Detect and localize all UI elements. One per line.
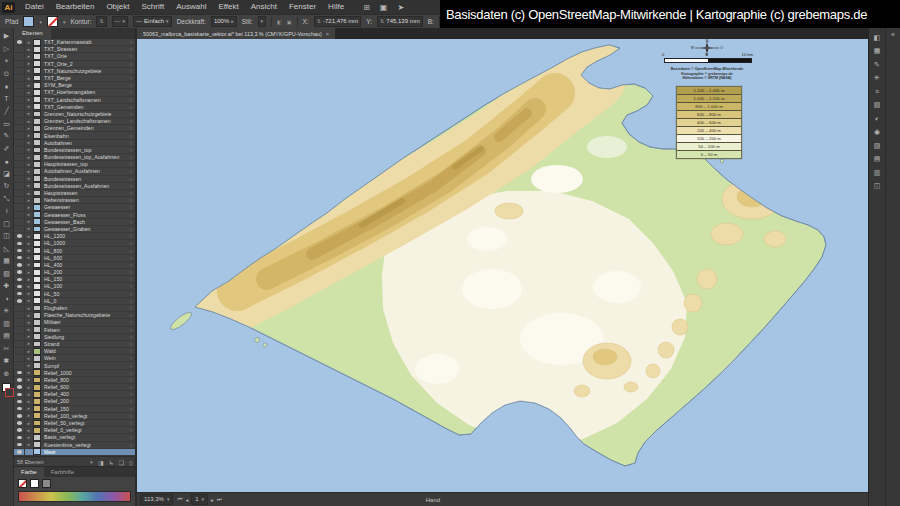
layer-expand-icon[interactable]: ▸ xyxy=(25,90,33,95)
layer-visibility-toggle[interactable] xyxy=(14,427,25,433)
layer-target-icon[interactable]: ○ xyxy=(127,183,135,189)
layer-target-icon[interactable]: ○ xyxy=(127,442,135,448)
layer-target-icon[interactable]: ○ xyxy=(127,391,135,397)
layer-target-icon[interactable]: ○ xyxy=(127,75,135,81)
layer-visibility-toggle[interactable] xyxy=(14,226,25,232)
layer-visibility-toggle[interactable] xyxy=(14,46,25,52)
opacity-field[interactable]: 100%▸ xyxy=(211,16,237,27)
layer-expand-icon[interactable]: ▸ xyxy=(25,40,33,45)
layer-visibility-toggle[interactable] xyxy=(14,53,25,59)
layer-expand-icon[interactable]: ▸ xyxy=(25,147,33,152)
artboards-panel-icon[interactable]: ▥ xyxy=(871,167,883,178)
layer-target-icon[interactable]: ○ xyxy=(127,355,135,361)
layer-visibility-toggle[interactable] xyxy=(14,283,25,289)
artboard-number-field[interactable]: 1▾ xyxy=(191,494,208,505)
layer-expand-icon[interactable]: ▸ xyxy=(25,176,33,181)
mesh-tool-button[interactable]: ▦ xyxy=(1,255,13,268)
layer-expand-icon[interactable]: ▸ xyxy=(25,219,33,224)
tab-farbhilfe[interactable]: Farbhilfe xyxy=(44,467,81,477)
layer-visibility-toggle[interactable] xyxy=(14,39,25,45)
layer-target-icon[interactable]: ○ xyxy=(127,140,135,146)
line-segment-tool-button[interactable]: ╱ xyxy=(1,105,13,118)
layer-expand-icon[interactable]: ▸ xyxy=(25,76,33,81)
layer-visibility-toggle[interactable] xyxy=(14,82,25,88)
layer-visibility-toggle[interactable] xyxy=(14,384,25,390)
layer-expand-icon[interactable]: ▸ xyxy=(25,169,33,174)
layer-visibility-toggle[interactable] xyxy=(14,442,25,448)
layer-visibility-toggle[interactable] xyxy=(14,125,25,131)
rotate-tool-button[interactable]: ↻ xyxy=(1,180,13,193)
layer-target-icon[interactable]: ○ xyxy=(127,97,135,103)
layer-visibility-toggle[interactable] xyxy=(14,132,25,138)
layer-expand-icon[interactable]: ▸ xyxy=(25,370,33,375)
layer-expand-icon[interactable]: ▸ xyxy=(25,133,33,138)
layer-target-icon[interactable]: ○ xyxy=(127,154,135,160)
layer-target-icon[interactable]: ○ xyxy=(127,269,135,275)
brush-definition-field[interactable]: —▾ xyxy=(112,16,129,27)
layer-visibility-toggle[interactable] xyxy=(14,355,25,361)
free-transform-tool-button[interactable]: ▢ xyxy=(1,218,13,231)
layer-target-icon[interactable]: ○ xyxy=(127,212,135,218)
lasso-tool-button[interactable]: ⊙ xyxy=(1,68,13,81)
close-tab-icon[interactable]: × xyxy=(326,31,330,37)
symbols-panel-icon[interactable]: ✳ xyxy=(871,73,883,84)
layer-expand-icon[interactable]: ▸ xyxy=(25,306,33,311)
pointer-icon[interactable]: ➤ xyxy=(392,3,409,12)
layer-target-icon[interactable]: ○ xyxy=(127,312,135,318)
layer-visibility-toggle[interactable] xyxy=(14,348,25,354)
layer-expand-icon[interactable]: ▸ xyxy=(25,255,33,260)
layer-visibility-toggle[interactable] xyxy=(14,118,25,124)
layer-target-icon[interactable]: ○ xyxy=(127,147,135,153)
layer-expand-icon[interactable]: ▸ xyxy=(25,226,33,231)
document-canvas[interactable]: N O S W 0 5 10 km Basisdaten © OpenStree… xyxy=(137,39,868,492)
fill-color-swatch[interactable] xyxy=(23,16,34,27)
layer-visibility-toggle[interactable] xyxy=(14,420,25,426)
menu-bearbeiten[interactable]: Bearbeiten xyxy=(50,0,101,14)
libraries-panel-icon[interactable]: ◫ xyxy=(871,181,883,192)
layer-expand-icon[interactable]: ▸ xyxy=(25,270,33,275)
layer-expand-icon[interactable]: ▸ xyxy=(25,191,33,196)
appearance-panel-icon[interactable]: ◉ xyxy=(871,127,883,138)
workspace-switcher-icon[interactable]: ▣ xyxy=(375,3,393,12)
layer-target-icon[interactable]: ○ xyxy=(127,118,135,124)
last-artboard-icon[interactable]: ⏭ xyxy=(217,496,222,503)
tab-farbe[interactable]: Farbe xyxy=(14,467,44,477)
eraser-tool-button[interactable]: ◪ xyxy=(1,168,13,181)
layer-visibility-toggle[interactable] xyxy=(14,140,25,146)
layer-target-icon[interactable]: ○ xyxy=(127,291,135,297)
paintbrush-tool-button[interactable]: ✎ xyxy=(1,130,13,143)
layer-expand-icon[interactable]: ▸ xyxy=(25,155,33,160)
layer-visibility-toggle[interactable] xyxy=(14,434,25,440)
brushes-panel-icon[interactable]: ✎ xyxy=(871,59,883,70)
layer-target-icon[interactable]: ○ xyxy=(127,39,135,45)
layer-target-icon[interactable]: ○ xyxy=(127,384,135,390)
layer-expand-icon[interactable]: ▸ xyxy=(25,313,33,318)
layer-row-Meer[interactable]: ▸Meer○ xyxy=(14,449,135,456)
layer-target-icon[interactable]: ○ xyxy=(127,406,135,412)
column-graph-tool-button[interactable]: ▥ xyxy=(1,318,13,331)
locate-object-icon[interactable]: ⌖ xyxy=(87,459,95,466)
layer-visibility-toggle[interactable] xyxy=(14,183,25,189)
layer-expand-icon[interactable]: ▸ xyxy=(25,54,33,59)
layer-visibility-toggle[interactable] xyxy=(14,319,25,325)
layer-expand-icon[interactable]: ▸ xyxy=(25,377,33,382)
layer-expand-icon[interactable]: ▸ xyxy=(25,97,33,102)
layer-target-icon[interactable]: ○ xyxy=(127,377,135,383)
layer-visibility-toggle[interactable] xyxy=(14,291,25,297)
stroke-weight-field[interactable]: ⇅ xyxy=(96,16,106,27)
layer-target-icon[interactable]: ○ xyxy=(127,68,135,74)
layer-expand-icon[interactable]: ▸ xyxy=(25,183,33,188)
make-mask-icon[interactable]: ◨ xyxy=(96,459,107,466)
zoom-level-field[interactable]: 113,3%▾ xyxy=(140,494,173,505)
layers-panel-icon[interactable]: ▤ xyxy=(871,154,883,165)
layer-target-icon[interactable]: ○ xyxy=(127,82,135,88)
toolbar-fill-stroke-indicator[interactable] xyxy=(1,383,13,397)
layer-target-icon[interactable]: ○ xyxy=(127,176,135,182)
layer-expand-icon[interactable]: ▸ xyxy=(25,248,33,253)
swatches-panel-icon[interactable]: ▦ xyxy=(871,46,883,57)
stroke-panel-icon[interactable]: ≡ xyxy=(871,86,883,97)
layer-visibility-toggle[interactable] xyxy=(14,327,25,333)
symbol-sprayer-tool-button[interactable]: ✳ xyxy=(1,305,13,318)
arrange-documents-icon[interactable]: ⊞ xyxy=(358,3,375,12)
layer-visibility-toggle[interactable] xyxy=(14,370,25,376)
